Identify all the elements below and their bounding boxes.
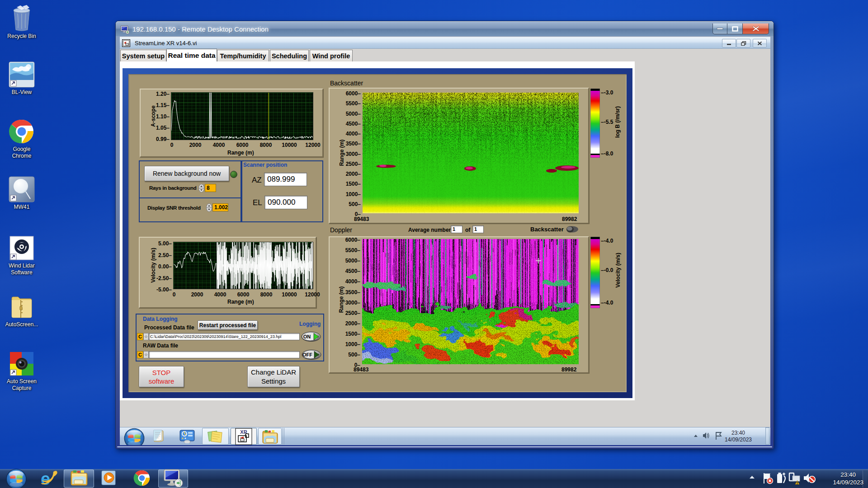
svg-text:e: e [41, 469, 50, 488]
svg-text:ON: ON [303, 334, 311, 339]
svg-text:OFF: OFF [302, 352, 312, 357]
